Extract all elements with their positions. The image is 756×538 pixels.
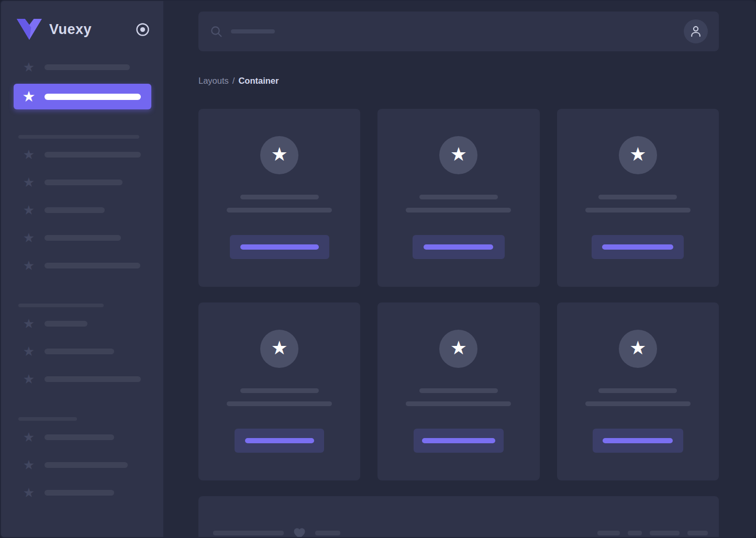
star-icon: ★ <box>22 458 36 472</box>
breadcrumb-separator: / <box>232 76 235 85</box>
button-label-skeleton <box>245 438 314 443</box>
sidebar-item-skeleton <box>45 64 130 70</box>
card-avatar-circle: ★ <box>619 330 657 368</box>
star-icon: ★ <box>629 145 646 165</box>
breadcrumb-parent[interactable]: Layouts <box>198 76 229 85</box>
card-avatar-circle: ★ <box>439 330 477 368</box>
card-text-skeleton <box>585 401 691 406</box>
sidebar-item[interactable]: ★ <box>1 365 163 393</box>
card-text-skeleton <box>240 195 319 199</box>
sidebar-item-skeleton <box>45 462 128 468</box>
star-icon: ★ <box>22 486 36 499</box>
star-icon: ★ <box>629 339 646 359</box>
card-action-button[interactable] <box>592 235 684 259</box>
sidebar-item[interactable]: ★ <box>1 451 163 479</box>
brand-logo[interactable]: Vuexy <box>17 19 92 40</box>
card-text-skeleton <box>585 208 691 212</box>
footer-skeleton-bar <box>213 531 284 535</box>
user-avatar[interactable] <box>684 19 708 43</box>
sidebar-item[interactable]: ★ <box>14 84 151 109</box>
card-text-skeleton <box>419 388 498 393</box>
card-action-button[interactable] <box>230 235 329 259</box>
card-text-skeleton <box>406 208 511 212</box>
sidebar-item-skeleton <box>45 180 123 185</box>
star-icon: ★ <box>22 317 36 330</box>
sidebar-item-skeleton <box>45 235 121 241</box>
main-content: Layouts/Container ★ ★ ★ ★ <box>163 1 755 537</box>
card-text-skeleton <box>227 401 332 406</box>
sidebar-item[interactable]: ★ <box>1 252 163 279</box>
footer-skeleton-bar <box>628 531 642 535</box>
sidebar-item-skeleton <box>45 434 114 440</box>
star-icon: ★ <box>271 145 288 165</box>
card-text-skeleton <box>227 208 332 212</box>
card-action-button[interactable] <box>235 429 324 453</box>
footer-skeleton-bar <box>650 531 680 535</box>
button-label-skeleton <box>602 244 673 250</box>
star-icon: ★ <box>22 373 36 386</box>
sidebar-nav: ★ ★ ★ ★ ★ ★ ★ ★ ★ ★ ★ ★ ★ <box>1 42 163 507</box>
card-text-skeleton <box>406 401 511 406</box>
card: ★ <box>557 109 719 287</box>
star-icon: ★ <box>22 148 36 161</box>
star-icon: ★ <box>271 339 288 359</box>
card: ★ <box>557 302 719 480</box>
card-text-skeleton <box>598 388 677 393</box>
search-placeholder-skeleton <box>231 29 275 33</box>
sidebar-item-skeleton <box>45 490 114 496</box>
card: ★ <box>377 109 539 287</box>
brand-title: Vuexy <box>49 21 92 38</box>
sidebar-section-skeleton <box>18 304 104 307</box>
search-icon <box>210 26 223 38</box>
star-icon: ★ <box>450 145 467 165</box>
card-avatar-circle: ★ <box>260 136 298 174</box>
card-text-skeleton <box>419 195 498 199</box>
star-icon: ★ <box>22 61 36 74</box>
footer-skeleton-bar <box>597 531 620 535</box>
star-icon: ★ <box>450 339 467 359</box>
card-avatar-circle: ★ <box>260 330 298 368</box>
sidebar-item[interactable]: ★ <box>1 169 163 196</box>
card-avatar-circle: ★ <box>619 136 657 174</box>
sidebar-item[interactable]: ★ <box>1 224 163 252</box>
app-window: Vuexy ★ ★ ★ ★ ★ ★ ★ ★ ★ <box>0 0 756 538</box>
sidebar-item[interactable]: ★ <box>1 196 163 224</box>
footer-right-group <box>597 531 708 535</box>
star-icon: ★ <box>22 431 36 444</box>
sidebar-item[interactable]: ★ <box>1 423 163 451</box>
sidebar-item[interactable]: ★ <box>1 310 163 338</box>
sidebar-item[interactable]: ★ <box>1 141 163 169</box>
card-action-button[interactable] <box>593 429 683 453</box>
breadcrumb-current: Container <box>238 76 279 85</box>
user-icon <box>689 25 703 38</box>
breadcrumb: Layouts/Container <box>198 76 719 86</box>
button-label-skeleton <box>240 244 319 250</box>
topbar <box>198 12 719 51</box>
sidebar-item-skeleton <box>45 94 141 100</box>
card: ★ <box>198 302 360 480</box>
search-input[interactable] <box>210 26 684 38</box>
card-text-skeleton <box>598 195 677 199</box>
vuexy-logo-icon <box>17 19 42 40</box>
sidebar-collapse-toggle-icon[interactable] <box>136 23 150 37</box>
star-icon: ★ <box>22 176 36 189</box>
sidebar-item-skeleton <box>45 349 114 354</box>
sidebar-item[interactable]: ★ <box>1 54 163 80</box>
card: ★ <box>377 302 539 480</box>
sidebar: Vuexy ★ ★ ★ ★ ★ ★ ★ ★ ★ <box>1 1 163 537</box>
star-icon: ★ <box>22 231 36 244</box>
star-icon: ★ <box>22 259 36 272</box>
card-action-button[interactable] <box>413 235 505 259</box>
star-icon: ★ <box>22 89 36 104</box>
star-icon: ★ <box>22 204 36 217</box>
sidebar-section-skeleton <box>18 135 139 139</box>
sidebar-item-skeleton <box>45 376 141 382</box>
button-label-skeleton <box>422 438 495 443</box>
card-action-button[interactable] <box>414 429 504 453</box>
footer-left-group <box>213 528 340 537</box>
sidebar-item[interactable]: ★ <box>1 338 163 365</box>
card: ★ <box>198 109 360 287</box>
heart-icon <box>293 528 306 537</box>
sidebar-item[interactable]: ★ <box>1 479 163 507</box>
card-text-skeleton <box>240 388 319 393</box>
